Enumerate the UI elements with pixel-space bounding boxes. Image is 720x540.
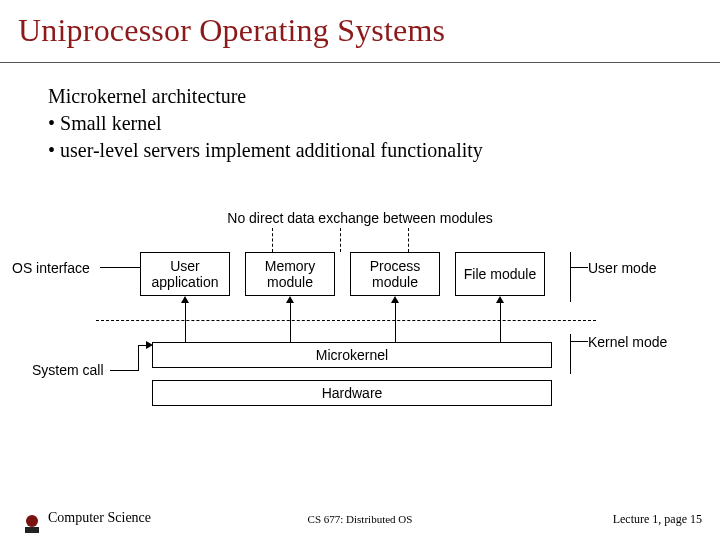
file-line: File module <box>464 266 536 282</box>
body-text: Microkernel architecture • Small kernel … <box>0 49 720 164</box>
dash-1 <box>272 228 273 252</box>
bullet-2: • user-level servers implement additiona… <box>48 137 684 164</box>
syscall-h <box>110 370 138 371</box>
memory-module-box: Memory module <box>245 252 335 296</box>
user-mode-label: User mode <box>588 260 656 276</box>
process-module-box: Process module <box>350 252 440 296</box>
conn-3 <box>395 302 396 342</box>
footer-right: Lecture 1, page 15 <box>613 512 702 527</box>
mode-separator <box>96 320 596 321</box>
dash-2 <box>340 228 341 252</box>
os-interface-label: OS interface <box>12 260 90 276</box>
microkernel-box: Microkernel <box>152 342 552 368</box>
slide-title: Uniprocessor Operating Systems <box>0 0 720 49</box>
dash-3 <box>408 228 409 252</box>
memory-line1: Memory <box>265 258 316 274</box>
process-line2: module <box>372 274 418 290</box>
user-application-box: User application <box>140 252 230 296</box>
user-mode-tick-h <box>570 267 588 268</box>
user-mode-tick-v <box>570 252 571 302</box>
kernel-mode-tick-h <box>570 341 588 342</box>
process-line1: Process <box>370 258 421 274</box>
os-interface-line <box>100 267 140 268</box>
user-app-line2: application <box>152 274 219 290</box>
user-app-line1: User <box>170 258 200 274</box>
kernel-mode-label: Kernel mode <box>588 334 667 350</box>
diagram-caption: No direct data exchange between modules <box>10 210 710 226</box>
architecture-diagram: No direct data exchange between modules … <box>10 210 710 480</box>
hardware-box: Hardware <box>152 380 552 406</box>
conn-4 <box>500 302 501 342</box>
kernel-mode-tick-v <box>570 334 571 374</box>
system-call-label: System call <box>32 362 104 378</box>
conn-2 <box>290 302 291 342</box>
body-heading: Microkernel architecture <box>48 83 684 110</box>
conn-1 <box>185 302 186 342</box>
footer: Computer Science CS 677: Distributed OS … <box>0 510 720 534</box>
title-underline <box>0 62 720 63</box>
memory-line2: module <box>267 274 313 290</box>
syscall-v <box>138 345 139 371</box>
bullet-1: • Small kernel <box>48 110 684 137</box>
file-module-box: File module <box>455 252 545 296</box>
